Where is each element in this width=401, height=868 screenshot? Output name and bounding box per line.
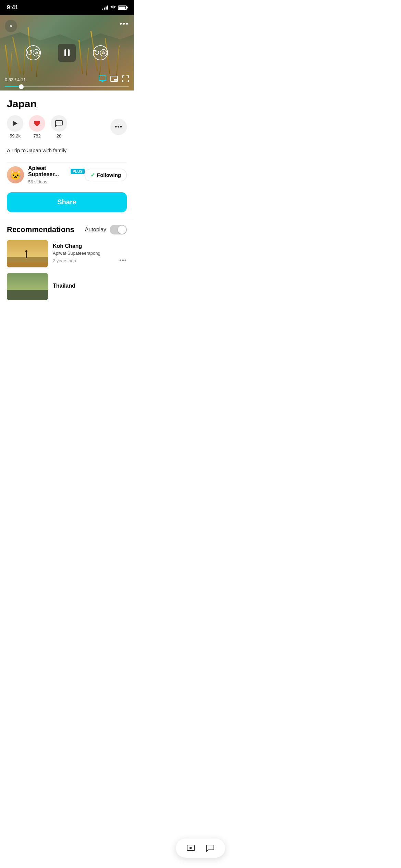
playback-controls: 10 10 (26, 44, 108, 62)
video-description: A Trip to Japan with family (7, 143, 127, 162)
airplay-icon[interactable] (99, 75, 106, 84)
author-avatar: 🐱 (7, 166, 24, 183)
like-icon-circle (29, 115, 45, 132)
following-button[interactable]: ✓ Following (85, 169, 127, 181)
svg-rect-12 (26, 252, 27, 258)
fullscreen-icon[interactable] (122, 75, 129, 84)
play-count-button[interactable]: 59.2k (7, 115, 23, 138)
svg-text:10: 10 (35, 52, 37, 54)
svg-text:10: 10 (102, 52, 105, 54)
author-info: Apiwat Supateeer... PLUS 56 videos (28, 165, 85, 185)
autoplay-toggle[interactable] (110, 225, 127, 234)
status-icons (102, 5, 127, 10)
svg-rect-10 (7, 240, 48, 257)
video-player[interactable]: × ••• 10 10 (0, 15, 134, 91)
svg-rect-15 (7, 273, 48, 290)
svg-rect-16 (7, 290, 48, 300)
svg-point-13 (25, 250, 27, 252)
replay-button[interactable]: 10 (26, 45, 41, 60)
battery-icon (118, 5, 127, 10)
rec-thumbnail[interactable] (7, 273, 48, 300)
play-icon-circle (7, 115, 23, 132)
recommendations-title: Recommendations (7, 225, 74, 234)
rec-author: Apiwat Supateeerapong (53, 251, 127, 256)
progress-bar[interactable] (5, 86, 129, 87)
pause-button[interactable] (58, 44, 76, 62)
video-time: 0:33 / 4:11 (5, 77, 26, 82)
content-area: Japan 59.2k 782 28 (0, 91, 134, 212)
comment-button[interactable]: 28 (51, 115, 67, 138)
svg-rect-6 (114, 79, 117, 81)
author-row: 🐱 Apiwat Supateeer... PLUS 56 videos ✓ F… (7, 162, 127, 192)
comment-count: 28 (57, 133, 61, 138)
forward-button[interactable]: 10 (93, 45, 108, 60)
close-button[interactable]: × (5, 20, 17, 32)
svg-rect-4 (99, 76, 106, 81)
rec-more-button[interactable]: ••• (119, 257, 127, 264)
video-title: Japan (7, 91, 127, 115)
recommendations-header: Recommendations Autoplay (0, 225, 134, 240)
status-bar: 9:41 (0, 0, 134, 15)
status-time: 9:41 (7, 4, 18, 11)
picture-in-picture-icon[interactable] (110, 76, 118, 84)
recommendations-section: Recommendations Autoplay (0, 219, 134, 300)
autoplay-row: Autoplay (85, 225, 127, 234)
svg-rect-11 (7, 257, 48, 262)
signal-icon (102, 5, 108, 10)
play-count: 59.2k (10, 133, 21, 138)
avatar-icon: 🐱 (10, 169, 22, 181)
autoplay-label: Autoplay (85, 227, 106, 233)
like-count: 782 (33, 133, 41, 138)
checkmark-icon: ✓ (90, 172, 95, 178)
progress-thumb[interactable] (19, 84, 24, 89)
recommendation-item: Thailand (0, 273, 134, 300)
rec-video-title: Thailand (53, 283, 127, 289)
rec-info: Thailand (53, 283, 127, 290)
toggle-knob (118, 226, 126, 234)
more-options-button[interactable]: ••• (120, 20, 129, 28)
plus-badge: PLUS (71, 169, 85, 174)
rec-thumbnail[interactable] (7, 240, 48, 267)
rec-info: Koh Chang Apiwat Supateeerapong 2 years … (53, 243, 127, 264)
rec-video-title: Koh Chang (53, 243, 127, 249)
rec-time: 2 years ago (53, 258, 76, 263)
wifi-icon (110, 5, 116, 10)
video-bottom-controls: 0:33 / 4:11 (0, 73, 134, 91)
more-actions-button[interactable]: ••• (110, 119, 127, 135)
svg-marker-7 (13, 121, 17, 126)
author-name: Apiwat Supateeer... (28, 165, 69, 178)
action-row: 59.2k 782 28 ••• (7, 115, 127, 143)
like-button[interactable]: 782 (29, 115, 45, 138)
comment-icon-circle (51, 115, 67, 132)
recommendation-item: Koh Chang Apiwat Supateeerapong 2 years … (0, 240, 134, 273)
author-video-count: 56 videos (28, 179, 47, 184)
share-button[interactable]: Share (7, 192, 127, 212)
